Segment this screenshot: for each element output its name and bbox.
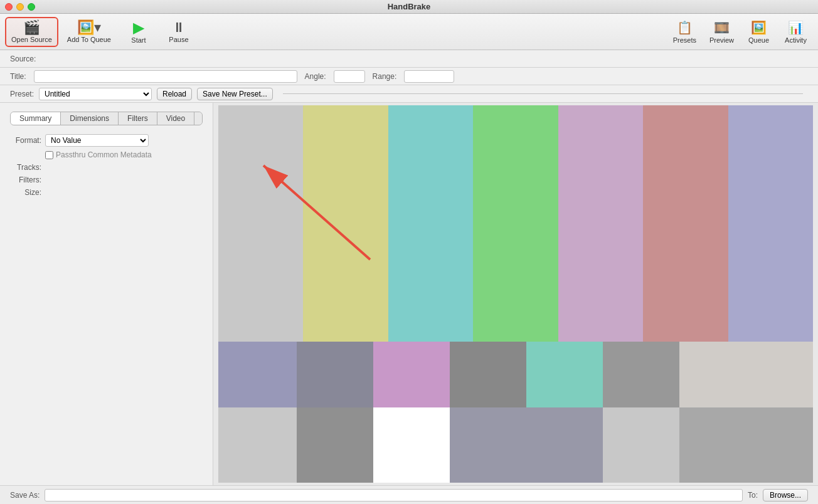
source-row: Source: bbox=[0, 50, 818, 68]
size-label: Size: bbox=[10, 188, 41, 197]
add-to-queue-icon: 🖼️▾ bbox=[77, 21, 101, 34]
mosaic-cell-green bbox=[473, 105, 558, 342]
mosaic-row-1 bbox=[218, 105, 813, 342]
mosaic-cell-pink bbox=[558, 105, 643, 342]
mosaic-cell-rose bbox=[643, 105, 728, 342]
pause-label: Pause bbox=[169, 36, 188, 43]
start-icon: ▶ bbox=[133, 20, 144, 35]
presets-label: Presets bbox=[673, 36, 696, 44]
format-label: Format: bbox=[10, 136, 41, 145]
mosaic-cell-silver bbox=[603, 407, 679, 483]
traffic-lights bbox=[5, 3, 35, 11]
preview-button[interactable]: 🎞️ Preview bbox=[704, 18, 739, 46]
left-panel: Summary Dimensions Filters Video Audio S… bbox=[0, 103, 213, 485]
start-label: Start bbox=[131, 36, 146, 44]
add-to-queue-button[interactable]: 🖼️▾ Add To Queue bbox=[61, 17, 117, 47]
mosaic-row-3 bbox=[218, 407, 813, 483]
mosaic-cell-blue-gray2 bbox=[450, 407, 603, 483]
save-as-label: Save As: bbox=[10, 491, 40, 500]
app-title: HandBrake bbox=[388, 2, 431, 11]
format-row: Format: No Value bbox=[10, 134, 203, 147]
tab-dimensions[interactable]: Dimensions bbox=[61, 112, 119, 125]
mosaic-cell-mid-gray bbox=[603, 342, 679, 407]
browse-button[interactable]: Browse... bbox=[763, 489, 808, 501]
right-panel bbox=[213, 103, 818, 485]
mosaic-cell-light-gray bbox=[679, 342, 813, 407]
tabs-bar: Summary Dimensions Filters Video Audio S… bbox=[10, 108, 203, 125]
passthru-checkbox[interactable] bbox=[45, 151, 53, 159]
format-select[interactable]: No Value bbox=[45, 134, 149, 147]
passthru-label: Passthru Common Metadata bbox=[56, 150, 152, 159]
presets-icon: 📋 bbox=[677, 20, 693, 35]
filters-label: Filters: bbox=[10, 176, 41, 184]
pause-button[interactable]: ⏸ Pause bbox=[160, 17, 198, 47]
preset-row: Preset: Untitled Reload Save New Preset.… bbox=[0, 85, 818, 103]
passthru-row: Passthru Common Metadata bbox=[45, 150, 203, 159]
open-source-icon: 🎬 bbox=[23, 21, 40, 34]
maximize-button[interactable] bbox=[28, 3, 35, 11]
title-label: Title: bbox=[10, 72, 26, 81]
mosaic-cell-yellow bbox=[303, 105, 388, 342]
range-input[interactable] bbox=[404, 70, 454, 83]
start-button[interactable]: ▶ Start bbox=[120, 16, 157, 48]
angle-label: Angle: bbox=[305, 72, 326, 81]
mosaic-cell-gray2 bbox=[297, 407, 373, 483]
tab-summary[interactable]: Summary bbox=[11, 112, 61, 125]
reload-button[interactable]: Reload bbox=[157, 88, 192, 100]
queue-label: Queue bbox=[748, 36, 769, 44]
mosaic-cell-blue-gray bbox=[218, 342, 297, 407]
open-source-label: Open Source bbox=[11, 36, 52, 43]
minimize-button[interactable] bbox=[16, 3, 24, 11]
pause-icon: ⏸ bbox=[172, 21, 186, 34]
add-to-queue-label: Add To Queue bbox=[67, 36, 111, 43]
source-label: Source: bbox=[10, 55, 36, 63]
mosaic-cell-teal bbox=[388, 105, 473, 342]
preset-label: Preset: bbox=[10, 90, 34, 98]
mosaic-cell-pale-gray bbox=[218, 407, 297, 483]
mosaic-cell-gray3 bbox=[679, 407, 813, 483]
preset-divider bbox=[283, 93, 803, 94]
tabs-container: Summary Dimensions Filters Video Audio S… bbox=[10, 112, 203, 125]
save-new-preset-button[interactable]: Save New Preset... bbox=[197, 88, 273, 100]
presets-button[interactable]: 📋 Presets bbox=[667, 18, 702, 46]
toolbar: 🎬 Open Source 🖼️▾ Add To Queue ▶ Start ⏸… bbox=[0, 14, 818, 50]
activity-icon: 📊 bbox=[788, 20, 804, 35]
mosaic-cell-gray bbox=[218, 105, 303, 342]
bottom-bar: Save As: To: Browse... bbox=[0, 485, 818, 504]
mosaic-cell-lavender bbox=[728, 105, 813, 342]
save-as-input[interactable] bbox=[45, 489, 743, 501]
preview-icon: 🎞️ bbox=[714, 20, 730, 35]
activity-button[interactable]: 📊 Activity bbox=[778, 18, 813, 46]
titlebar: HandBrake bbox=[0, 0, 818, 14]
title-input[interactable] bbox=[34, 70, 297, 83]
mosaic-container bbox=[218, 105, 813, 483]
tab-audio[interactable]: Audio bbox=[194, 112, 203, 125]
mosaic-cell-white bbox=[373, 407, 450, 483]
open-source-button[interactable]: 🎬 Open Source bbox=[5, 17, 58, 47]
to-label: To: bbox=[748, 491, 758, 500]
queue-icon: 🖼️ bbox=[751, 20, 767, 35]
angle-input[interactable] bbox=[334, 70, 365, 83]
activity-label: Activity bbox=[785, 36, 807, 44]
queue-button[interactable]: 🖼️ Queue bbox=[741, 18, 776, 46]
tracks-row: Tracks: bbox=[10, 163, 203, 172]
tab-filters[interactable]: Filters bbox=[119, 112, 157, 125]
main-content: Summary Dimensions Filters Video Audio S… bbox=[0, 103, 818, 485]
size-row: Size: bbox=[10, 188, 203, 197]
tab-video[interactable]: Video bbox=[157, 112, 194, 125]
tracks-label: Tracks: bbox=[10, 163, 41, 172]
close-button[interactable] bbox=[5, 3, 13, 11]
range-label: Range: bbox=[373, 72, 397, 81]
mosaic-row-2 bbox=[218, 342, 813, 407]
mosaic-cell-slate bbox=[297, 342, 373, 407]
preset-select[interactable]: Untitled bbox=[39, 88, 152, 100]
toolbar-right: 📋 Presets 🎞️ Preview 🖼️ Queue 📊 Activity bbox=[667, 18, 813, 46]
filters-row: Filters: bbox=[10, 176, 203, 184]
title-row: Title: Angle: Range: bbox=[0, 68, 818, 85]
mosaic-cell-dark-gray bbox=[450, 342, 526, 407]
mosaic-cell-mauve bbox=[373, 342, 450, 407]
mosaic-cell-mint bbox=[526, 342, 603, 407]
content-area bbox=[213, 103, 818, 485]
preview-label: Preview bbox=[709, 36, 734, 44]
